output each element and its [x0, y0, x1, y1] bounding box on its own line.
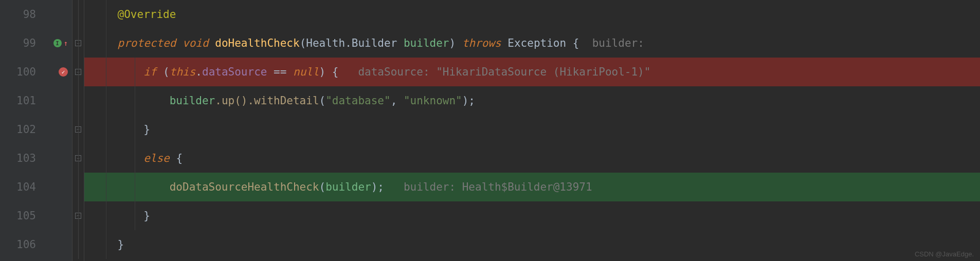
inline-hint: builder:: [579, 37, 644, 49]
fold-cell: ⌐: [72, 115, 84, 144]
arrow-up-icon: ↑: [64, 39, 68, 47]
brace: }: [118, 238, 124, 251]
fold-cell: [72, 230, 84, 259]
code-line[interactable]: @Override: [84, 0, 980, 29]
keyword: this: [170, 66, 196, 78]
code-editor: 98 99 I ↑ 100 101 102 103: [0, 0, 980, 261]
line-number: 99: [10, 37, 36, 49]
type: Health.Builder: [306, 37, 397, 49]
line-number: 106: [10, 238, 36, 251]
gutter-row[interactable]: 103: [0, 144, 72, 173]
method-call: .up().withDetail: [215, 95, 319, 107]
fold-cell: ⌐: [72, 201, 84, 230]
keyword: void: [183, 37, 209, 49]
string: "unknown": [404, 95, 462, 107]
line-number: 102: [10, 123, 36, 136]
code-line[interactable]: protected void doHealthCheck(Health.Buil…: [84, 29, 980, 58]
gutter-row[interactable]: 106: [0, 230, 72, 259]
keyword: protected: [118, 37, 176, 49]
brace: }: [143, 210, 150, 222]
code-line[interactable]: else {: [84, 144, 980, 173]
variable: builder: [170, 95, 215, 107]
gutter-row[interactable]: 105: [0, 201, 72, 230]
gutter-row[interactable]: 102: [0, 115, 72, 144]
line-number: 104: [10, 181, 36, 193]
gutter-row[interactable]: 100: [0, 58, 72, 86]
argument: builder: [325, 181, 371, 193]
line-number: 100: [10, 66, 36, 78]
keyword: null: [293, 66, 319, 78]
gutter-row[interactable]: 104: [0, 173, 72, 201]
parameter: builder: [404, 37, 449, 49]
fold-column: − − ⌐ − ⌐: [72, 0, 84, 261]
line-number: 98: [10, 8, 36, 21]
code-line-execution[interactable]: doDataSourceHealthCheck(builder); builde…: [84, 173, 980, 201]
watermark: CSDN @JavaEdge.: [915, 250, 974, 258]
code-line-breakpoint[interactable]: if (this.dataSource == null) { dataSourc…: [84, 58, 980, 86]
keyword: throws: [462, 37, 501, 49]
fold-cell: −: [72, 144, 84, 173]
breakpoint-icon[interactable]: [59, 67, 68, 77]
field: dataSource: [202, 66, 267, 78]
code-line[interactable]: }: [84, 201, 980, 230]
keyword: if: [143, 66, 156, 78]
fold-cell: [72, 0, 84, 29]
fold-cell: −: [72, 29, 84, 58]
method-call: doDataSourceHealthCheck: [170, 181, 319, 193]
fold-cell: [72, 86, 84, 115]
override-icon[interactable]: I: [53, 39, 62, 47]
inline-hint: dataSource: "HikariDataSource (HikariPoo…: [339, 66, 651, 78]
gutter-row[interactable]: 101: [0, 86, 72, 115]
gutter-row[interactable]: 98: [0, 0, 72, 29]
line-number: 105: [10, 210, 36, 222]
line-number: 103: [10, 152, 36, 164]
annotation: @Override: [118, 8, 176, 21]
code-line[interactable]: }: [84, 230, 980, 259]
keyword: else: [143, 152, 170, 164]
method-name: doHealthCheck: [215, 37, 299, 49]
string: "database": [325, 95, 390, 107]
brace: }: [143, 123, 150, 136]
inline-hint: builder: Health$Builder@13971: [384, 181, 592, 193]
fold-cell: −: [72, 58, 84, 86]
fold-cell: [72, 173, 84, 201]
code-line[interactable]: builder.up().withDetail("database", "unk…: [84, 86, 980, 115]
gutter-icons: I ↑: [42, 39, 68, 47]
code-line[interactable]: }: [84, 115, 980, 144]
gutter-icons: [42, 67, 68, 77]
gutter: 98 99 I ↑ 100 101 102 103: [0, 0, 72, 261]
line-number: 101: [10, 95, 36, 107]
gutter-row[interactable]: 99 I ↑: [0, 29, 72, 58]
code-area[interactable]: @Override protected void doHealthCheck(H…: [84, 0, 980, 261]
type: Exception: [507, 37, 566, 49]
